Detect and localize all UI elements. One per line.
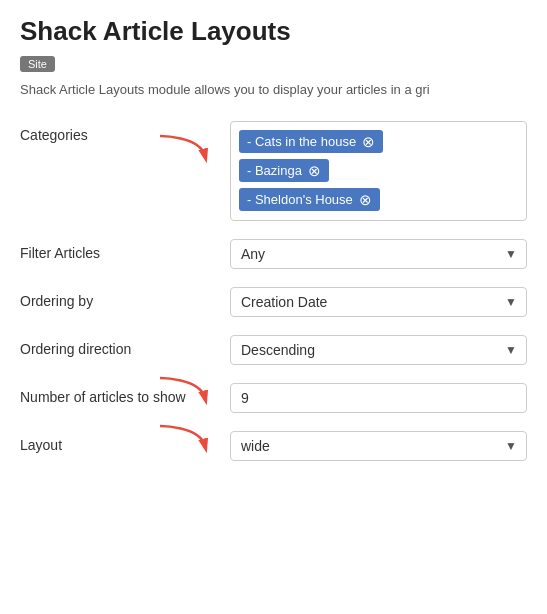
category-tag-text-2: - Sheldon's House bbox=[247, 192, 353, 207]
site-badge: Site bbox=[20, 56, 55, 72]
ordering-by-control: Creation Date Title Hits Random ▼ bbox=[230, 287, 527, 317]
categories-row: Categories - Cats in the house ⊗ - Bazin… bbox=[20, 121, 527, 221]
category-tag-0[interactable]: - Cats in the house ⊗ bbox=[239, 130, 383, 153]
category-tag-remove-2[interactable]: ⊗ bbox=[359, 192, 372, 207]
category-tag-text-0: - Cats in the house bbox=[247, 134, 356, 149]
layout-arrow-icon bbox=[150, 421, 215, 466]
filter-articles-select-wrapper: Any Featured Non-featured ▼ bbox=[230, 239, 527, 269]
ordering-direction-select-wrapper: Descending Ascending ▼ bbox=[230, 335, 527, 365]
ordering-direction-row: Ordering direction Descending Ascending … bbox=[20, 335, 527, 365]
num-articles-arrow-icon bbox=[150, 373, 215, 418]
page-title: Shack Article Layouts bbox=[20, 16, 527, 47]
ordering-by-label: Ordering by bbox=[20, 287, 230, 309]
ordering-by-row: Ordering by Creation Date Title Hits Ran… bbox=[20, 287, 527, 317]
filter-articles-control: Any Featured Non-featured ▼ bbox=[230, 239, 527, 269]
num-articles-control bbox=[230, 383, 527, 413]
layout-row: Layout wide narrow grid ▼ bbox=[20, 431, 527, 461]
ordering-by-select[interactable]: Creation Date Title Hits Random bbox=[230, 287, 527, 317]
ordering-by-select-wrapper: Creation Date Title Hits Random ▼ bbox=[230, 287, 527, 317]
categories-control: - Cats in the house ⊗ - Bazinga ⊗ - Shel… bbox=[230, 121, 527, 221]
num-articles-input[interactable] bbox=[230, 383, 527, 413]
ordering-direction-label: Ordering direction bbox=[20, 335, 230, 357]
category-tag-text-1: - Bazinga bbox=[247, 163, 302, 178]
category-tag-1[interactable]: - Bazinga ⊗ bbox=[239, 159, 329, 182]
category-tag-2[interactable]: - Sheldon's House ⊗ bbox=[239, 188, 380, 211]
layout-select[interactable]: wide narrow grid bbox=[230, 431, 527, 461]
layout-control: wide narrow grid ▼ bbox=[230, 431, 527, 461]
category-tag-remove-1[interactable]: ⊗ bbox=[308, 163, 321, 178]
filter-articles-label: Filter Articles bbox=[20, 239, 230, 261]
layout-select-wrapper: wide narrow grid ▼ bbox=[230, 431, 527, 461]
page-description: Shack Article Layouts module allows you … bbox=[20, 82, 527, 97]
ordering-direction-select[interactable]: Descending Ascending bbox=[230, 335, 527, 365]
num-articles-row: Number of articles to show bbox=[20, 383, 527, 413]
categories-arrow-icon bbox=[150, 131, 215, 176]
category-tag-remove-0[interactable]: ⊗ bbox=[362, 134, 375, 149]
categories-box[interactable]: - Cats in the house ⊗ - Bazinga ⊗ - Shel… bbox=[230, 121, 527, 221]
filter-articles-select[interactable]: Any Featured Non-featured bbox=[230, 239, 527, 269]
filter-articles-row: Filter Articles Any Featured Non-feature… bbox=[20, 239, 527, 269]
ordering-direction-control: Descending Ascending ▼ bbox=[230, 335, 527, 365]
